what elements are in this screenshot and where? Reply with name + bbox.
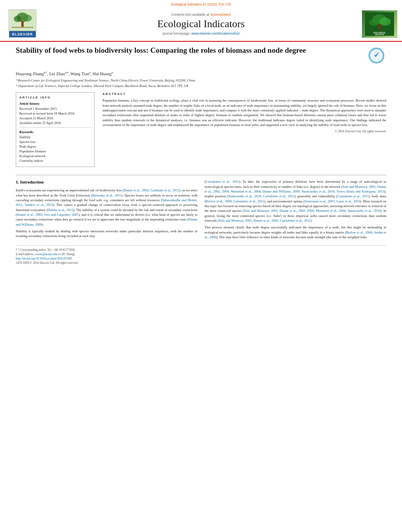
sciencedirect-link[interactable]: ScienceDirect xyxy=(210,13,231,17)
body-content: 1. Introduction Earth's ecosystems are e… xyxy=(16,179,386,241)
affiliations: ᵃ Research Center for Ecological Enginee… xyxy=(16,78,386,89)
ref-cardinale2012[interactable]: Cardinale et al., 2012 xyxy=(151,188,180,192)
ref-ives2007[interactable]: Ives and Carpenter, 2007 xyxy=(44,213,78,217)
ref-curtsdotter2011d[interactable]: Curtsdotter et al., 2011 xyxy=(233,199,264,203)
svg-text:INDICATORS: INDICATORS xyxy=(375,34,384,35)
available-date: Available online 25 April 2016 xyxy=(19,121,91,125)
journal-title-header: Ecological Indicators xyxy=(40,18,362,30)
journal-volume-bar: Ecological Indicators 67 (2016) 723–729 xyxy=(0,2,402,6)
footnote-corresponding: * * Corresponding author. Tel.: +86-10-6… xyxy=(16,248,386,252)
ref-torres2013[interactable]: Torres-Alruiz and Rodriguez, 2013 xyxy=(336,189,384,193)
keyword-6: Centrality indices xyxy=(19,159,91,163)
issn-line: 1470-160X/© 2016 Elsevier Ltd. All right… xyxy=(16,261,386,265)
ref-curtsdotter2011b[interactable]: Curtsdotter et al., 2011 xyxy=(263,194,294,198)
ref-dunne2009b[interactable]: Dunne and Williams, 2009 xyxy=(262,189,299,193)
keyword-3: Node degree xyxy=(19,145,91,148)
ref-staniczenko2010[interactable]: Staniczenko et al., 2010 xyxy=(302,189,335,193)
article-info-box: ARTICLE INFO Article history: Received 1… xyxy=(16,92,95,167)
article-info-section-label: ARTICLE INFO xyxy=(19,96,91,99)
article-history-title: Article history: xyxy=(19,102,91,106)
ref-heleno2012[interactable]: Heleno et al., 2012 xyxy=(48,208,73,212)
intro-para-2: Stability is typically studied by dealin… xyxy=(16,229,197,239)
article-info-column: ARTICLE INFO Article history: Received 1… xyxy=(16,92,95,171)
ref-srinivasan2007[interactable]: Srinivasan et al., 2007 xyxy=(304,199,334,203)
intro-para-4: This process showed clearly that node de… xyxy=(205,225,386,239)
crossmark-icon: ✓ xyxy=(368,48,384,63)
abstract-text: Population biomass, a key concept in tra… xyxy=(102,98,386,127)
svg-point-3 xyxy=(22,15,32,22)
svg-rect-5 xyxy=(12,27,34,28)
footnote-email-line: E-mail address: rceens@ncepu.edu.cn (H. … xyxy=(16,252,386,256)
abstract-column: ABSTRACT Population biomass, a key conce… xyxy=(102,92,386,168)
header-main: ELSEVIER Contents lists available at Sci… xyxy=(0,8,402,41)
ref-sole2001b[interactable]: Sole and Montoya, 2001 xyxy=(244,209,278,213)
journal-volume-text: Ecological Indicators 67 (2016) 723–729 xyxy=(171,2,231,6)
received-date: Received 1 November 2015 xyxy=(19,107,91,111)
sciencedirect-prefix: Contents lists available at xyxy=(171,13,209,17)
ref-curtsdotter2011[interactable]: Curtsdotter et al., 2011 xyxy=(206,180,239,184)
body-col-left: 1. Introduction Earth's ecosystems are e… xyxy=(16,179,197,241)
ref-curtsdotter2011c[interactable]: Curtsdotter et al., 2011 xyxy=(337,194,369,198)
ref-berlow2004[interactable]: Berlow et al., 2004 xyxy=(346,230,372,234)
intro-para-1: Earth's ecosystems are experiencing an u… xyxy=(16,188,197,227)
ref-dunne2002e[interactable]: Dunne et al., 2002 xyxy=(253,219,278,222)
accepted-date: Accepted 21 March 2016 xyxy=(19,116,91,120)
intro-para-3: (Curtsdotter et al., 2011). To date, the… xyxy=(205,179,386,223)
crossmark-logo: ✓ xyxy=(367,46,386,65)
keyword-1: Stability xyxy=(19,135,91,139)
authors-line: Huayong Zhanga,*, Lei Zhaoa,b, Wang Tian… xyxy=(16,71,386,76)
ref-dunne2002d[interactable]: Dunne et al., 2002, 2004 xyxy=(280,209,314,213)
affiliation-b: ᵇ Department of Life Sciences, Imperial … xyxy=(16,84,386,89)
article-title: Stability of food webs to biodiversity l… xyxy=(16,46,367,56)
svg-point-9 xyxy=(379,18,391,26)
journal-homepage-line: journal homepage: www.elsevier.com/locat… xyxy=(40,32,362,35)
ref-dunne2002[interactable]: Dunne et al., 2002 xyxy=(124,188,149,192)
doi-link[interactable]: http://dx.doi.org/10.1016/j.ecolind.2016… xyxy=(16,257,72,260)
ref-sole2001[interactable]: Sole and Montoya, 2001 xyxy=(342,185,376,189)
keyword-5: Ecological network xyxy=(19,154,91,158)
homepage-label: journal homepage: xyxy=(163,32,190,35)
svg-point-2 xyxy=(14,16,22,22)
info-abstract-row: ARTICLE INFO Article history: Received 1… xyxy=(16,92,386,171)
doi-line: http://dx.doi.org/10.1016/j.ecolind.2016… xyxy=(16,257,386,260)
ref-memmott2004b[interactable]: Memmott et al., 2004 xyxy=(316,209,345,213)
elsevier-logo: ELSEVIER xyxy=(5,9,40,39)
ref-staniczenko2010c[interactable]: Staniczenko et al., 2010 xyxy=(348,209,380,213)
elsevier-tree-image xyxy=(9,9,36,31)
elsevier-label: ELSEVIER xyxy=(9,31,36,37)
svg-point-8 xyxy=(369,19,379,26)
ref-memmott2004[interactable]: Memmott et al., 2004 xyxy=(231,189,261,193)
ref-sole2001c[interactable]: Sole and Montoya, 2001 xyxy=(219,219,252,222)
footnote-email-link[interactable]: rceens@ncepu.edu.cn xyxy=(35,252,61,256)
svg-text:ECOLOGICAL: ECOLOGICAL xyxy=(374,32,386,34)
footnote-email-suffix: (H. Zhang). xyxy=(61,252,75,256)
homepage-url[interactable]: www.elsevier.com/locate/ecolind xyxy=(191,32,239,35)
ref-berlow2009[interactable]: Berlow et al., 2009 xyxy=(206,199,232,203)
ref-staniczenko2010b[interactable]: Staniczenko et al., 2010 xyxy=(228,194,261,198)
svg-text:✓: ✓ xyxy=(374,51,380,59)
keywords-title: Keywords: xyxy=(19,130,91,134)
article-header: Stability of food webs to biodiversity l… xyxy=(16,46,386,68)
ref-barnosky2011[interactable]: Barnosky et al., 2011 xyxy=(92,193,121,197)
ref-curtsdotter2011e[interactable]: Curtsdotter et al., 2011 xyxy=(280,219,311,222)
svg-rect-4 xyxy=(21,21,24,27)
revised-date: Received in revised form 18 March 2016 xyxy=(19,111,91,115)
svg-rect-11 xyxy=(378,24,381,30)
keyword-4: Population biomass xyxy=(19,149,91,153)
journal-logo-right: ECOLOGICAL INDICATORS xyxy=(362,10,397,38)
abstract-section-label: ABSTRACT xyxy=(102,92,386,96)
keyword-2: Species loss xyxy=(19,140,91,144)
journal-header: Ecological Indicators 67 (2016) 723–729 … xyxy=(0,0,402,42)
sciencedirect-line: Contents lists available at ScienceDirec… xyxy=(40,13,362,17)
header-center: Contents lists available at ScienceDirec… xyxy=(40,13,362,35)
ref-dunne2009[interactable]: Dunne and Williams, 2009 xyxy=(16,217,197,226)
info-divider xyxy=(19,127,91,128)
paper-container: Stability of food webs to biodiversity l… xyxy=(0,42,402,269)
ref-dunne2002b[interactable]: Dunne et al., 2002 xyxy=(17,213,42,217)
abstract-paragraph: Population biomass, a key concept in tra… xyxy=(102,98,386,127)
footnote-email-label: E-mail address: xyxy=(16,252,34,256)
affiliation-a: ᵃ Research Center for Ecological Enginee… xyxy=(16,78,386,83)
ref-sanders2013[interactable]: Sanders et al., 2013 xyxy=(25,203,53,207)
ref-layer2010[interactable]: Layer et al., 2010 xyxy=(337,199,360,203)
paper-footer: * * Corresponding author. Tel.: +86-10-6… xyxy=(16,245,386,265)
